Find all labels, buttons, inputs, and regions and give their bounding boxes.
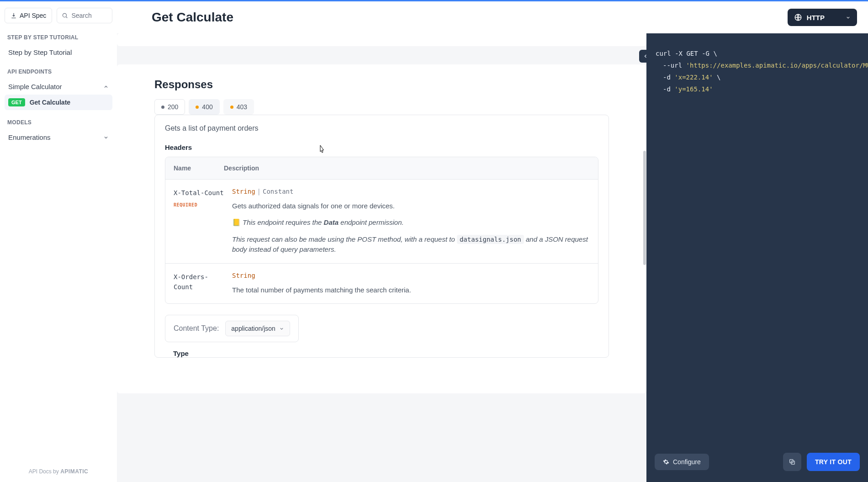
sidebar: API Spec STEP BY STEP TUTORIAL Step by S…: [0, 1, 117, 482]
api-spec-button[interactable]: API Spec: [5, 8, 52, 23]
header-name: X-Total-Count: [174, 188, 224, 198]
response-panel: Gets a list of payment orders Headers Na…: [154, 115, 609, 358]
copy-icon: [789, 458, 796, 466]
content-type-select[interactable]: application/json: [225, 321, 290, 336]
content-area: Responses 200 400 403: [117, 33, 646, 482]
header-description: Gets authorized data signals for one or …: [232, 201, 590, 211]
post-note: This request can also be made using the …: [232, 234, 590, 255]
required-badge: REQUIRED: [174, 201, 224, 209]
code-panel: curl -X GET -G \--url 'https://examples.…: [646, 33, 868, 482]
search-input[interactable]: [71, 12, 107, 19]
section-tutorial: STEP BY STEP TUTORIAL: [5, 32, 112, 42]
responses-title: Responses: [154, 78, 609, 91]
table-row: X-Orders-Count String The total number o…: [165, 264, 598, 303]
response-description: Gets a list of payment orders: [155, 115, 609, 136]
search-input-wrap[interactable]: [57, 8, 112, 23]
copy-button[interactable]: [783, 453, 801, 471]
header-type: String|Constant: [232, 188, 590, 195]
chevron-up-icon: [103, 84, 109, 90]
permission-note: 📒This endpoint requires the Data endpoin…: [232, 217, 590, 228]
gear-icon: [663, 459, 669, 465]
column-description: Description: [216, 157, 598, 179]
status-dot-icon: [161, 106, 164, 109]
status-tab-200[interactable]: 200: [154, 99, 185, 115]
status-tab-400[interactable]: 400: [189, 99, 219, 115]
table-row: X-Total-Count REQUIRED String|Constant G…: [165, 180, 598, 264]
status-dot-icon: [230, 106, 233, 109]
chevron-down-icon: [103, 135, 109, 140]
section-endpoints: API ENDPOINTS: [5, 67, 112, 77]
section-models: MODELS: [5, 117, 112, 127]
scrollbar[interactable]: [643, 151, 646, 265]
header-name: X-Orders-Count: [174, 272, 224, 292]
book-icon: 📒: [232, 218, 241, 226]
sidebar-item-tutorial[interactable]: Step by Step Tutorial: [5, 45, 112, 59]
api-spec-label: API Spec: [20, 12, 46, 19]
headers-table: Name Description X-Total-Count REQUIRED: [165, 157, 598, 304]
protocol-select[interactable]: HTTP: [788, 9, 857, 26]
chevron-down-icon: [279, 326, 284, 331]
configure-button[interactable]: Configure: [655, 454, 709, 470]
method-badge: GET: [8, 98, 25, 106]
collapse-panel-button[interactable]: [639, 50, 652, 63]
header-description: The total number of payments matching th…: [232, 285, 590, 295]
search-icon: [62, 12, 68, 19]
status-tabs: 200 400 403: [154, 99, 609, 115]
download-icon: [11, 12, 17, 19]
status-tab-403[interactable]: 403: [223, 99, 254, 115]
try-it-out-button[interactable]: TRY IT OUT: [807, 453, 860, 471]
page-title: Get Calculate: [152, 10, 233, 25]
svg-point-0: [63, 13, 67, 17]
chevron-down-icon: [846, 15, 851, 20]
sidebar-footer: API Docs by APIMATIC: [5, 463, 112, 477]
code-sample: curl -X GET -G \--url 'https://examples.…: [646, 33, 868, 110]
headers-label: Headers: [155, 136, 609, 157]
type-label: Type: [155, 350, 609, 357]
sidebar-item-simple-calculator[interactable]: Simple Calculator: [5, 79, 112, 94]
globe-icon: [794, 13, 802, 21]
content-type-label: Content Type:: [174, 324, 219, 333]
status-dot-icon: [196, 106, 199, 109]
sidebar-item-enumerations[interactable]: Enumerations: [5, 130, 112, 144]
sidebar-item-get-calculate[interactable]: GET Get Calculate: [5, 95, 112, 110]
content-type-row: Content Type: application/json: [165, 315, 299, 342]
column-name: Name: [165, 157, 216, 179]
header-type: String: [232, 272, 590, 279]
